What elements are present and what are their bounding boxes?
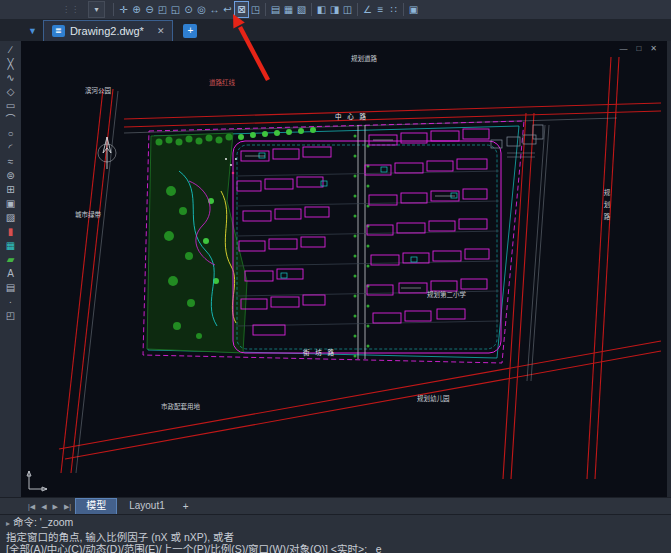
zoom-center-icon[interactable]: ⊙ — [182, 2, 195, 17]
color-tool-icon[interactable]: ▰ — [2, 253, 19, 267]
command-history-line: ▸命令: '_zoom — [6, 516, 665, 531]
add-layout-button[interactable]: + — [177, 501, 195, 512]
tab-layout1[interactable]: Layout1 — [119, 499, 175, 514]
zoom-realtime-icon[interactable]: ⊕ — [130, 2, 143, 17]
restore-icon[interactable]: □ — [636, 44, 641, 53]
command-line-panel[interactable]: ▸命令: '_zoom 指定窗口的角点, 输入比例因子 (nX 或 nXP), … — [0, 514, 671, 553]
circle-tool-icon[interactable]: ○ — [2, 127, 19, 141]
layers-icon[interactable]: ◧ — [315, 2, 328, 17]
zoom-window-icon[interactable]: ◰ — [156, 2, 169, 17]
tab-close-icon[interactable]: ✕ — [157, 26, 165, 36]
plan-label-school: 规划第二小学 — [427, 289, 466, 299]
layout-tab-bar: |◀ ◀ ▶ ▶| 模型 Layout1 + — [0, 497, 671, 515]
cad-app-window: ⋮⋮ ▾ ✛ ⊕ ⊖ ◰ ◱ ⊙ ◎ ↔ ↩ ⊠ ◳ ▤ ▦ ▧ ◧ ◨ ◫ ∠… — [0, 0, 671, 553]
arc-tool-icon[interactable]: ⌒ — [2, 113, 19, 127]
tab-list-caret-icon[interactable]: ▼ — [28, 26, 37, 36]
visual-styles-icon[interactable]: ▧ — [295, 2, 308, 17]
north-arrow-icon — [98, 137, 116, 169]
layers-tool-icon[interactable]: ▦ — [2, 239, 19, 253]
top-toolbar: ⋮⋮ ▾ ✛ ⊕ ⊖ ◰ ◱ ⊙ ◎ ↔ ↩ ⊠ ◳ ▤ ▦ ▧ ◧ ◨ ◫ ∠… — [0, 0, 671, 20]
layer-states-icon[interactable]: ◨ — [328, 2, 341, 17]
prev-layout-icon[interactable]: ◀ — [39, 503, 48, 511]
close-icon[interactable]: ✕ — [650, 44, 657, 53]
plan-label-redline: 道路红线 — [209, 77, 235, 87]
toolbar-grip[interactable]: ⋮⋮ — [62, 5, 80, 14]
zoom-previous-icon[interactable]: ↩ — [221, 2, 234, 17]
plan-label-road-inner: 街 坊 路 — [303, 347, 336, 357]
polyline-tool-icon[interactable]: ∿ — [2, 71, 19, 85]
hatch-tool-icon[interactable]: ▨ — [2, 211, 19, 225]
list-icon[interactable]: ≡ — [374, 2, 387, 17]
last-layout-icon[interactable]: ▶| — [62, 503, 73, 511]
zoom-dynamic-icon[interactable]: ◱ — [169, 2, 182, 17]
toolbar-separator — [403, 3, 404, 16]
white-ticks — [245, 140, 455, 288]
plan-label-park: 滨河公园 — [85, 85, 111, 95]
text-tool-icon[interactable]: A — [2, 267, 19, 281]
minimize-icon[interactable]: — — [619, 44, 627, 53]
draw-toolbar: ∕ ╳ ∿ ◇ ▭ ⌒ ○ ◜ ≈ ⊜ ⊞ ▣ ▨ ▮ ▦ ▰ A ▤ ∙ ◰ — [0, 41, 22, 497]
drawing-window-controls: — □ ✕ — [619, 44, 657, 53]
zoom-out-icon[interactable]: ⊖ — [143, 2, 156, 17]
first-layout-icon[interactable]: |◀ — [26, 503, 37, 511]
drawing-canvas[interactable]: 规划道路 道路红线 滨河公园 城市绿带 中 心 路 规 划 路 规划第二小学 街… — [21, 41, 667, 497]
toolbar-dropdown-icon[interactable]: ▾ — [88, 1, 105, 18]
dimension-tool-icon[interactable]: ▮ — [2, 225, 19, 239]
document-tab-title: Drawing2.dwg* — [70, 25, 144, 37]
zoom-scale-icon[interactable]: ↔ — [208, 2, 221, 17]
spline-tool-icon[interactable]: ≈ — [2, 155, 19, 169]
plan-label-road-ne: 规划道路 — [351, 53, 377, 63]
pan-icon[interactable]: ✛ — [117, 2, 130, 17]
named-views-icon[interactable]: ▤ — [269, 2, 282, 17]
table-tool-icon[interactable]: ▤ — [2, 281, 19, 295]
revcloud-tool-icon[interactable]: ◜ — [2, 141, 19, 155]
document-tab[interactable]: ≣ Drawing2.dwg* ✕ — [43, 20, 174, 41]
toolbar-separator — [357, 3, 358, 16]
toolbar-separator — [311, 3, 312, 16]
zoom-extents-icon[interactable]: ⊠ — [234, 1, 249, 18]
ucs-icon — [27, 471, 47, 491]
new-drawing-icon[interactable]: + — [183, 24, 197, 38]
context-buildings — [491, 125, 543, 157]
polygon-tool-icon[interactable]: ◇ — [2, 85, 19, 99]
cross-streets — [236, 171, 499, 326]
next-layout-icon[interactable]: ▶ — [51, 503, 60, 511]
region-tool-icon[interactable]: ◰ — [2, 309, 19, 323]
line-tool-icon[interactable]: ∕ — [2, 43, 19, 57]
plan-label-road-top: 中 心 路 — [335, 111, 368, 121]
plan-label-utility: 市政配套用地 — [161, 401, 200, 411]
point-style-icon[interactable]: ∷ — [387, 2, 400, 17]
plan-label-greenbelt: 城市绿带 — [75, 209, 101, 219]
make-block-tool-icon[interactable]: ▣ — [2, 197, 19, 211]
toolbar-separator — [265, 3, 266, 16]
document-tab-bar: ▼ ≣ Drawing2.dwg* ✕ + — [0, 19, 671, 41]
point-tool-icon[interactable]: ∙ — [2, 295, 19, 309]
measure-icon[interactable]: ∠ — [361, 2, 374, 17]
command-prompt-icon: ▸ — [6, 519, 10, 528]
plan-label-road-right: 规 划 路 — [601, 189, 611, 222]
dwg-file-icon: ≣ — [52, 25, 65, 37]
zoom-all-icon[interactable]: ◳ — [249, 2, 262, 17]
zoom-object-icon[interactable]: ◎ — [195, 2, 208, 17]
site-plan-drawing — [21, 41, 667, 497]
properties-icon[interactable]: ◫ — [341, 2, 354, 17]
ellipse-tool-icon[interactable]: ⊜ — [2, 169, 19, 183]
rectangle-tool-icon[interactable]: ▭ — [2, 99, 19, 113]
viewports-icon[interactable]: ▦ — [282, 2, 295, 17]
command-history-line: 指定窗口的角点, 输入比例因子 (nX 或 nXP), 或者 — [6, 531, 665, 544]
options-icon[interactable]: ▣ — [407, 2, 420, 17]
toolbar-separator — [113, 3, 114, 16]
xline-tool-icon[interactable]: ╳ — [2, 57, 19, 71]
plan-label-kindergarten: 规划幼儿园 — [417, 393, 450, 403]
tab-model[interactable]: 模型 — [75, 498, 117, 515]
insert-block-tool-icon[interactable]: ⊞ — [2, 183, 19, 197]
command-prompt-line[interactable]: [全部(A)/中心(C)/动态(D)/范围(E)/上一个(P)/比例(S)/窗口… — [6, 543, 665, 553]
park-landscape — [147, 127, 316, 353]
